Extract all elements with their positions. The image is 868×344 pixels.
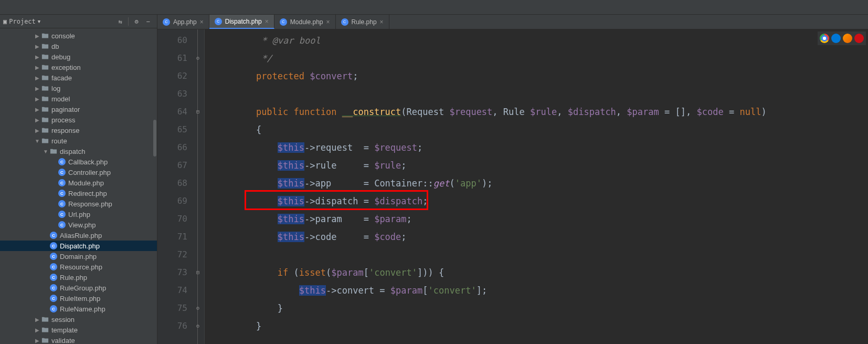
tree-file[interactable]: CView.php [0, 220, 157, 230]
tree-arrow-icon[interactable] [34, 317, 41, 322]
tree-file[interactable]: CController.php [0, 167, 157, 178]
editor-tabs: CApp.php×CDispatch.php×CModule.php×CRule… [157, 15, 868, 29]
tab-label: Dispatch.php [225, 18, 262, 25]
folder-icon [41, 95, 49, 103]
tree-arrow-icon[interactable] [34, 33, 41, 39]
close-icon[interactable]: × [326, 18, 330, 26]
code-area[interactable]: 6061⊖626364⊟656667686970717273⊟7475⊖76⊖ … [157, 29, 868, 344]
code-line[interactable]: { [213, 121, 868, 139]
tree-file[interactable]: CRuleName.php [0, 304, 157, 314]
code-line[interactable]: $this->convert = $param['convert']; [213, 282, 868, 299]
tree-folder[interactable]: exception [0, 62, 157, 72]
tree-file[interactable]: CRedirect.php [0, 188, 157, 199]
tree-arrow-icon[interactable] [34, 338, 41, 343]
code-line[interactable]: $this->dispatch = $dispatch; [213, 192, 868, 210]
tree-file[interactable]: CDispatch.php [0, 241, 157, 251]
php-class-icon: C [58, 210, 66, 218]
code-line[interactable] [213, 246, 868, 264]
tree-folder[interactable]: validate [0, 335, 157, 344]
tree-file[interactable]: CRule.php [0, 272, 157, 283]
tree-arrow-icon[interactable] [34, 107, 41, 112]
fold-marker-icon[interactable]: ⊟ [195, 269, 201, 276]
tree-arrow-icon[interactable] [42, 149, 49, 154]
tree-arrow-icon[interactable] [34, 54, 41, 60]
code-line[interactable] [213, 85, 868, 103]
fold-marker-icon[interactable]: ⊖ [195, 305, 201, 311]
tree-arrow-icon[interactable] [34, 75, 41, 81]
code-line[interactable]: */ [213, 49, 868, 67]
line-number: 60 [157, 32, 204, 49]
editor-tab[interactable]: CModule.php× [274, 15, 336, 29]
project-dropdown[interactable]: ▣ Project ▼ [3, 18, 40, 25]
project-tree[interactable]: consoledbdebugexceptionfacadelogmodelpag… [0, 28, 157, 344]
tree-file[interactable]: CUrl.php [0, 209, 157, 220]
line-number: 68 [157, 174, 204, 192]
code-line[interactable]: if (isset($param['convert'])) { [213, 264, 868, 282]
tree-folder[interactable]: facade [0, 72, 157, 83]
fold-marker-icon[interactable]: ⊖ [195, 55, 201, 61]
close-icon[interactable]: × [380, 18, 384, 26]
fold-marker-icon[interactable]: ⊟ [195, 109, 201, 115]
chrome-icon[interactable] [820, 34, 829, 43]
tree-file[interactable]: CRuleItem.php [0, 293, 157, 304]
tree-folder[interactable]: model [0, 93, 157, 104]
code-line[interactable]: $this->app = Container::get('app'); [213, 174, 868, 192]
tree-arrow-icon[interactable] [34, 327, 41, 333]
tree-folder[interactable]: response [0, 125, 157, 135]
code-line[interactable]: $this->code = $code; [213, 228, 868, 246]
tree-file[interactable]: CRuleGroup.php [0, 283, 157, 293]
close-icon[interactable]: × [265, 18, 269, 25]
tree-file[interactable]: CResource.php [0, 262, 157, 272]
tree-folder[interactable]: dispatch [0, 146, 157, 157]
tree-folder[interactable]: console [0, 30, 157, 41]
editor-tab[interactable]: CApp.php× [157, 15, 209, 29]
collapse-icon[interactable]: ⇆ [114, 16, 126, 27]
code-line[interactable]: protected $convert; [213, 67, 868, 85]
hide-icon[interactable]: − [142, 16, 154, 27]
browser-preview-icons[interactable] [818, 32, 866, 45]
fold-marker-icon[interactable]: ⊖ [195, 323, 201, 329]
gear-icon[interactable]: ⚙ [131, 16, 142, 27]
tree-item-label: session [51, 316, 75, 324]
tree-item-label: View.php [68, 221, 96, 229]
close-icon[interactable]: × [200, 18, 204, 26]
tree-folder[interactable]: db [0, 41, 157, 51]
opera-icon[interactable] [854, 34, 864, 43]
code-line[interactable]: $this->param = $param; [213, 210, 868, 228]
firefox-icon[interactable] [843, 34, 852, 43]
tree-arrow-icon[interactable] [34, 96, 41, 102]
folder-icon: ▣ [3, 18, 7, 25]
editor-tab[interactable]: CRule.php× [336, 15, 389, 29]
code-line[interactable]: } [213, 299, 868, 317]
tree-folder[interactable]: debug [0, 51, 157, 62]
tree-arrow-icon[interactable] [34, 138, 41, 144]
tree-folder[interactable]: log [0, 83, 157, 93]
edge-icon[interactable] [831, 34, 841, 43]
editor-tab[interactable]: CDispatch.php× [209, 15, 274, 29]
line-number: 70 [157, 210, 204, 228]
code-line[interactable]: $this->rule = $rule; [213, 157, 868, 174]
tree-file[interactable]: CDomain.php [0, 251, 157, 262]
tree-file[interactable]: CResponse.php [0, 199, 157, 209]
tree-arrow-icon[interactable] [34, 86, 41, 91]
editor-area: CApp.php×CDispatch.php×CModule.php×CRule… [157, 15, 868, 344]
tree-folder[interactable]: paginator [0, 104, 157, 114]
tree-arrow-icon[interactable] [34, 44, 41, 49]
tree-item-label: AliasRule.php [60, 232, 102, 239]
tree-folder[interactable]: template [0, 325, 157, 335]
code-line[interactable]: * @var bool [213, 32, 868, 49]
tree-arrow-icon[interactable] [34, 117, 41, 123]
tree-arrow-icon[interactable] [34, 128, 41, 133]
tree-file[interactable]: CAliasRule.php [0, 230, 157, 241]
tree-file[interactable]: CCallback.php [0, 157, 157, 167]
tree-folder[interactable]: route [0, 135, 157, 146]
code-content[interactable]: * @var bool */ protected $convert; publi… [205, 29, 868, 344]
php-class-icon: C [58, 200, 66, 208]
tree-folder[interactable]: process [0, 114, 157, 125]
tree-arrow-icon[interactable] [34, 65, 41, 70]
tree-folder[interactable]: session [0, 314, 157, 325]
code-line[interactable]: $this->request = $request; [213, 139, 868, 157]
code-line[interactable]: public function __construct(Request $req… [213, 103, 868, 121]
tree-file[interactable]: CModule.php [0, 178, 157, 188]
code-line[interactable]: } [213, 317, 868, 335]
